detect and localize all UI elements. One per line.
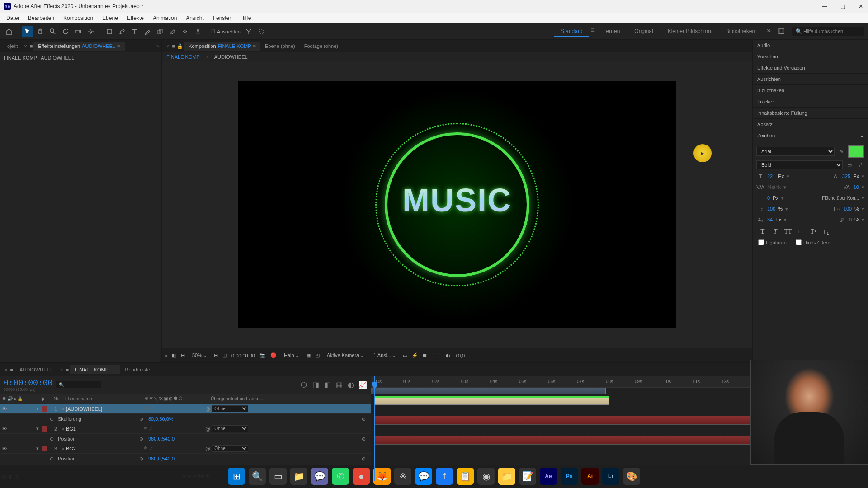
resolution-icon[interactable]: ⊞ <box>181 352 185 358</box>
property-value[interactable]: 960,0,540,0 <box>148 436 175 441</box>
comp-crumb-finale[interactable]: FINALE KOMP <box>166 54 200 60</box>
property-row-position[interactable]: ⊙ Position ⊘ 960,0,540,0 ⊘ <box>0 454 371 464</box>
swap-colors-icon[interactable]: ⇄ <box>856 161 864 169</box>
rotate-tool[interactable] <box>60 26 71 37</box>
home-tool[interactable] <box>4 26 14 37</box>
region-icon[interactable]: ◰ <box>315 352 320 358</box>
bold-button[interactable]: T <box>758 228 767 236</box>
current-timecode[interactable]: 0:00:00:00 <box>4 378 52 387</box>
eraser-tool[interactable] <box>167 26 178 37</box>
start-button[interactable]: ⊞ <box>228 468 245 485</box>
hide-shy-icon[interactable]: ◧ <box>323 380 332 389</box>
panel-zeichen-header[interactable]: Zeichen≡ <box>753 130 868 141</box>
snap-options[interactable] <box>243 26 254 37</box>
taskbar-lightroom[interactable]: Lr <box>602 468 619 485</box>
anchor-tool[interactable] <box>85 26 96 37</box>
clone-tool[interactable] <box>155 26 165 37</box>
vscale-value[interactable]: 100 <box>767 206 775 211</box>
stopwatch-icon[interactable]: ⊙ <box>50 416 55 422</box>
exposure-reset-icon[interactable]: ◐ <box>446 352 450 358</box>
footage-tab[interactable]: Footage (ohne) <box>300 42 343 51</box>
font-family-dropdown[interactable]: Arial <box>756 147 835 156</box>
motion-blur-icon[interactable]: ◐ <box>346 380 355 389</box>
menu-komposition[interactable]: Komposition <box>59 15 98 21</box>
font-weight-dropdown[interactable]: Bold <box>756 160 843 169</box>
superscript-button[interactable]: T¹ <box>809 228 818 236</box>
color-mgmt-icon[interactable]: 🔴 <box>270 352 277 358</box>
layer-bar-audiowheel[interactable] <box>374 396 609 405</box>
menu-effekte[interactable]: Effekte <box>123 15 148 21</box>
expression-icon[interactable]: ⊘ <box>362 416 371 422</box>
text-tool[interactable] <box>129 26 140 37</box>
timeline-tab-audiowheel[interactable]: AUDIOWHEEL <box>14 365 58 374</box>
comp-crumb-audiowheel[interactable]: AUDIOWHEEL <box>214 54 248 60</box>
fast-preview-icon[interactable]: ⚡ <box>412 352 418 358</box>
solo-col-icon[interactable]: ● <box>14 396 16 401</box>
view-dropdown[interactable]: 1 Ansi... ⌵ <box>371 352 398 359</box>
link-icon[interactable]: ⊘ <box>139 416 148 422</box>
lock-col-icon[interactable]: 🔒 <box>17 396 23 401</box>
taskbar-app2[interactable]: ※ <box>394 468 411 485</box>
pen-tool[interactable] <box>117 26 127 37</box>
brush-tool[interactable] <box>142 26 153 37</box>
maximize-button[interactable]: ▢ <box>839 3 846 9</box>
pixel-aspect-icon[interactable]: ▭ <box>403 352 407 358</box>
panel-audio[interactable]: Audio <box>753 40 868 51</box>
visibility-toggle[interactable]: 👁 <box>2 426 8 432</box>
layer-row-bg1[interactable]: 👁 ▾ 2 ▫BG1 ⊛／ @Ohne <box>0 424 371 434</box>
flowchart-icon[interactable]: ⋮⋮ <box>431 352 441 358</box>
audio-col-icon[interactable]: 🔊 <box>7 396 13 401</box>
parent-dropdown[interactable]: Ohne <box>212 445 248 452</box>
taskbar-taskview[interactable]: ▭ <box>269 468 287 485</box>
taskbar-app1[interactable]: ● <box>353 468 370 485</box>
workspace-kleiner[interactable]: Kleiner Bildschirm <box>661 26 717 37</box>
zoom-tool[interactable] <box>47 26 58 37</box>
expand-arrow-icon[interactable]: ▾ <box>36 426 42 432</box>
draft-3d-icon[interactable]: ◨ <box>311 380 320 389</box>
taskbar-whatsapp[interactable]: ✆ <box>332 468 349 485</box>
layer-tab[interactable]: Ebene (ohne) <box>260 42 300 51</box>
grid-icon[interactable]: ⊞ <box>214 352 218 358</box>
panel-bibliotheken[interactable]: Bibliotheken <box>753 85 868 96</box>
panel-tracker[interactable]: Tracker <box>753 96 868 108</box>
smallcaps-button[interactable]: Tᴛ <box>796 228 805 236</box>
shape-tool[interactable] <box>104 26 115 37</box>
snapshot-icon[interactable]: 📷 <box>259 352 266 358</box>
property-row-position[interactable]: ⊙ Position ⊘ 960,0,540,0 ⊘ <box>0 434 371 444</box>
panel-inhaltsfuellung[interactable]: Inhaltsbasierte Füllung <box>753 108 868 119</box>
layer-row-bg2[interactable]: 👁 ▾ 3 ▫BG2 ⊛／ @Ohne <box>0 444 371 454</box>
link-icon[interactable]: ⊘ <box>139 436 148 442</box>
stopwatch-icon[interactable]: ⊙ <box>50 456 55 462</box>
menu-animation[interactable]: Animation <box>148 15 181 21</box>
close-button[interactable]: ✕ <box>857 3 864 9</box>
menu-hilfe[interactable]: Hilfe <box>236 15 255 21</box>
property-row-skalierung[interactable]: ⊙ Skalierung ⊘ 80,0,80,0% ⊘ <box>0 414 371 424</box>
frame-blend-icon[interactable]: ▦ <box>335 380 344 389</box>
taskbar-aftereffects[interactable]: Ae <box>540 468 557 485</box>
taskbar-explorer[interactable]: 📁 <box>290 468 307 485</box>
project-tab[interactable]: ojekt <box>3 42 22 51</box>
hand-tool[interactable] <box>35 26 46 37</box>
guides-icon[interactable]: ◫ <box>222 352 227 358</box>
taskbar-illustrator[interactable]: Ai <box>581 468 599 485</box>
italic-button[interactable]: T <box>771 228 780 236</box>
property-value[interactable]: 960,0,540,0 <box>148 456 175 461</box>
panel-ausrichten[interactable]: Ausrichten <box>753 74 868 85</box>
timeline-tab-finale[interactable]: FINALE KOMP ≡ <box>70 365 119 374</box>
graph-editor-icon[interactable]: 📈 <box>358 380 367 389</box>
ligatures-checkbox[interactable]: Ligaturen <box>758 239 787 245</box>
playhead[interactable] <box>374 376 375 481</box>
taskbar-photoshop[interactable]: Ps <box>561 468 578 485</box>
taskbar-app3[interactable]: 📋 <box>457 468 474 485</box>
taskbar-files[interactable]: 📁 <box>498 468 515 485</box>
help-search[interactable]: 🔍 Hilfe durchsuchen <box>792 27 864 36</box>
camera-tool[interactable] <box>73 26 84 37</box>
parent-dropdown[interactable]: Ohne <box>212 405 248 412</box>
tsume-value[interactable]: 0 <box>849 217 852 222</box>
menu-ebene[interactable]: Ebene <box>98 15 123 21</box>
fill-over-stroke[interactable]: Fläche über Kon... <box>822 196 859 201</box>
pickwhip-icon[interactable]: @ <box>205 426 210 432</box>
taskbar-messenger[interactable]: 💬 <box>415 468 432 485</box>
minimize-button[interactable]: — <box>821 3 828 9</box>
workspace-lernen[interactable]: Lernen <box>597 26 626 37</box>
